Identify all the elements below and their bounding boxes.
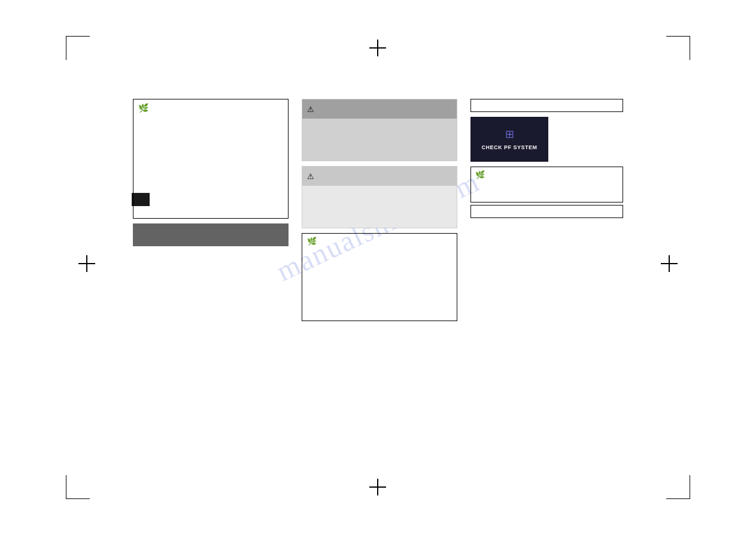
check-pf-label: CHECK PF SYSTEM [481, 144, 537, 152]
crop-mark-bottom-right [666, 475, 690, 499]
left-box-icon: 🌿 [138, 103, 148, 113]
warning-header-2 [302, 167, 457, 186]
warning-box-2 [302, 166, 457, 228]
crop-mark-top-right [666, 36, 690, 60]
left-main-box: 🌿 [133, 99, 289, 219]
warning-header-1 [302, 99, 457, 119]
crop-mark-top-left [66, 36, 90, 60]
info-box-icon: 🌿 [307, 237, 317, 246]
check-pf-system-button[interactable]: ⊞ CHECK PF SYSTEM [470, 117, 548, 162]
crop-mark-bottom-left [66, 475, 90, 499]
warning-body-2 [302, 186, 457, 228]
middle-panel: 🌿 [302, 99, 457, 326]
right-top-bar [470, 99, 623, 112]
right-small-box-icon: 🌿 [475, 170, 485, 179]
warning-body-1 [302, 119, 457, 161]
check-pf-icon: ⊞ [505, 128, 514, 141]
left-panel: 🌿 [133, 99, 289, 246]
info-box-body [302, 249, 457, 321]
warning-box-1 [302, 99, 457, 161]
warning-icon-1 [307, 105, 314, 114]
right-panel: ⊞ CHECK PF SYSTEM 🌿 [470, 99, 623, 218]
info-box: 🌿 [302, 233, 457, 321]
warning-icon-2 [307, 172, 314, 181]
right-bottom-bar [470, 205, 623, 218]
right-small-icon-box: 🌿 [470, 167, 623, 202]
info-box-header: 🌿 [302, 234, 457, 249]
left-gray-bar [133, 223, 289, 246]
